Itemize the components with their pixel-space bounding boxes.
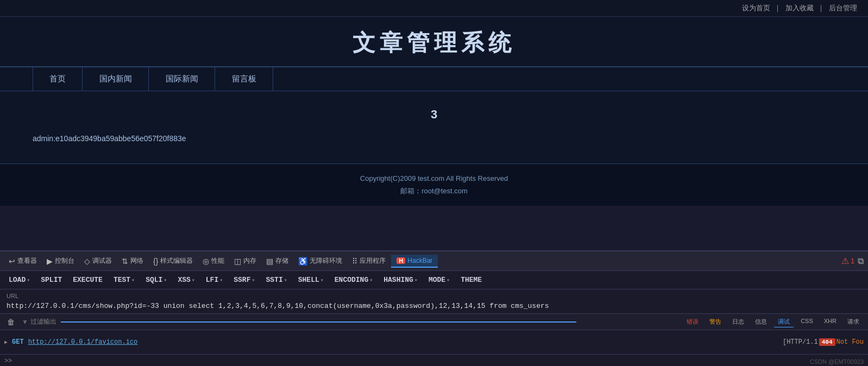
footer-copyright: Copyright(C)2009 test.com All Rights Res… xyxy=(8,172,860,185)
filter-errors[interactable]: 错误 xyxy=(682,317,703,327)
storage-icon: ▤ xyxy=(266,257,273,266)
devtools-btn-accessibility[interactable]: ♿ 无障碍环境 xyxy=(294,254,347,268)
error-icon: ⚠ xyxy=(841,256,849,266)
hackbar-hashing-btn[interactable]: HASHING ▾ xyxy=(379,274,422,286)
hackbar-split-btn[interactable]: SPLIT xyxy=(36,274,66,286)
top-links-bar: 设为首页 ｜ 加入收藏 ｜ 后台管理 xyxy=(0,0,868,17)
filter-info[interactable]: 信息 xyxy=(751,317,771,327)
nav-international-news[interactable]: 国际新闻 xyxy=(149,67,215,91)
hackbar-tab[interactable]: H HackBar xyxy=(391,255,438,268)
performance-icon: ◎ xyxy=(203,257,209,266)
watermark: CSDN @EMT00923 xyxy=(810,358,864,365)
console-toolbar: 🗑 ▼ 过滤输出 错误 警告 日志 信息 调试 CSS XHR 请求 xyxy=(0,314,868,330)
error-count: 1 xyxy=(851,257,854,265)
console-icon: ▶ xyxy=(47,257,53,266)
status-protocol: [HTTP/1.1 xyxy=(783,338,818,346)
debugger-icon: ◇ xyxy=(84,257,90,266)
console-filter-btns: 错误 警告 日志 信息 调试 CSS XHR 请求 xyxy=(682,317,864,327)
devtools-btn-style-editor[interactable]: {} 样式编辑器 xyxy=(149,254,197,268)
devtools-panel: ↩ 查看器 ▶ 控制台 ◇ 调试器 ⇅ 网络 {} 样式编辑器 ◎ 性能 ◫ 内… xyxy=(0,250,868,366)
log-status: [HTTP/1.1 404 Not Fou xyxy=(783,338,864,346)
url-input[interactable] xyxy=(7,301,861,311)
console-footer: >> xyxy=(0,354,868,366)
lfi-chevron: ▾ xyxy=(219,277,223,283)
hackbar-menu: LOAD ▾ SPLIT EXECUTE TEST ▾ SQLI ▾ XSS ▾… xyxy=(0,271,868,289)
url-area: URL xyxy=(0,289,868,314)
devtools-btn-performance[interactable]: ◎ 性能 xyxy=(198,254,229,268)
hackbar-mode-btn[interactable]: MODE ▾ xyxy=(424,274,454,286)
ssrf-chevron: ▾ xyxy=(251,277,255,283)
sqli-chevron: ▾ xyxy=(163,277,167,283)
sep1: ｜ xyxy=(774,4,783,12)
filter-log[interactable]: 日志 xyxy=(728,317,749,327)
hackbar-execute-btn[interactable]: EXECUTE xyxy=(68,274,107,286)
memory-icon: ◫ xyxy=(234,257,241,266)
set-homepage-link[interactable]: 设为首页 xyxy=(742,4,770,12)
site-title: 文章管理系统 xyxy=(0,17,868,66)
progress-line xyxy=(61,321,576,323)
devtools-right: ⚠ 1 ⧉ xyxy=(841,256,864,266)
hackbar-icon: H xyxy=(397,257,405,264)
hackbar-encoding-btn[interactable]: ENCODING ▾ xyxy=(330,274,377,286)
devtools-btn-debugger[interactable]: ◇ 调试器 xyxy=(80,254,116,268)
test-chevron: ▾ xyxy=(131,277,135,283)
devtools-btn-storage[interactable]: ▤ 存储 xyxy=(262,254,293,268)
log-method: GET xyxy=(12,338,24,346)
hackbar-xss-btn[interactable]: XSS ▾ xyxy=(173,274,199,286)
add-bookmark-link[interactable]: 加入收藏 xyxy=(785,4,814,12)
nav-guestbook[interactable]: 留言板 xyxy=(215,67,273,91)
filter-warnings[interactable]: 警告 xyxy=(705,317,726,327)
status-text: Not Fou xyxy=(836,338,864,346)
encoding-chevron: ▾ xyxy=(369,277,373,283)
filter-label: 过滤输出 xyxy=(30,317,56,326)
hackbar-sqli-btn[interactable]: SQLI ▾ xyxy=(141,274,171,286)
application-icon: ⠿ xyxy=(352,257,357,266)
filter-area: ▼ 过滤输出 xyxy=(22,317,56,326)
load-chevron: ▾ xyxy=(27,277,30,283)
style-editor-icon: {} xyxy=(153,257,158,266)
footer-email: 邮箱：root@test.com xyxy=(8,185,860,197)
accessibility-icon: ♿ xyxy=(298,257,307,266)
hackbar-shell-btn[interactable]: SHELL ▾ xyxy=(294,274,328,286)
nav-domestic-news[interactable]: 国内新闻 xyxy=(83,67,149,91)
hackbar-theme-btn[interactable]: THEME xyxy=(456,274,486,286)
site-wrapper: 文章管理系统 首页 国内新闻 国际新闻 留言板 3 admin:e10adc39… xyxy=(0,17,868,206)
shell-chevron: ▾ xyxy=(320,277,324,283)
network-icon: ⇅ xyxy=(122,257,128,266)
log-url[interactable]: http://127.0.0.1/favicon.ico xyxy=(28,338,138,346)
hackbar-test-btn[interactable]: TEST ▾ xyxy=(109,274,139,286)
devtools-btn-application[interactable]: ⠿ 应用程序 xyxy=(348,254,390,268)
log-expand-icon[interactable]: ▶ xyxy=(4,339,8,345)
nav-bar: 首页 国内新闻 国际新闻 留言板 xyxy=(0,66,868,91)
hackbar-ssrf-btn[interactable]: SSRF ▾ xyxy=(229,274,259,286)
sep2: ｜ xyxy=(817,4,827,12)
status-code: 404 xyxy=(819,338,835,346)
hackbar-lfi-btn[interactable]: LFI ▾ xyxy=(202,274,227,286)
filter-xhr[interactable]: XHR xyxy=(820,317,841,327)
devtools-btn-network[interactable]: ⇅ 网络 xyxy=(117,254,148,268)
filter-debug[interactable]: 调试 xyxy=(773,317,794,327)
content-area: 3 admin:e10adc3949ba59abbe56e057f20f883e xyxy=(0,91,868,163)
inspector-icon: ↩ xyxy=(9,257,15,266)
content-data: admin:e10adc3949ba59abbe56e057f20f883e xyxy=(33,130,835,147)
nav-home[interactable]: 首页 xyxy=(33,67,83,91)
ssti-chevron: ▾ xyxy=(284,277,287,283)
backend-link[interactable]: 后台管理 xyxy=(829,4,857,12)
devtools-btn-console[interactable]: ▶ 控制台 xyxy=(42,254,79,268)
mode-chevron: ▾ xyxy=(446,277,450,283)
devtools-btn-inspector[interactable]: ↩ 查看器 xyxy=(4,254,41,268)
devtools-btn-memory[interactable]: ◫ 内存 xyxy=(230,254,261,268)
content-number: 3 xyxy=(33,102,835,130)
console-prompt-icon[interactable]: >> xyxy=(4,357,12,364)
console-clear-btn[interactable]: 🗑 xyxy=(4,316,17,328)
url-label: URL xyxy=(7,293,861,299)
filter-requests[interactable]: 请求 xyxy=(843,317,864,327)
filter-css[interactable]: CSS xyxy=(796,317,817,327)
devtools-resize-btn[interactable]: ⧉ xyxy=(858,256,864,266)
error-count-area: ⚠ 1 xyxy=(841,256,854,266)
hackbar-ssti-btn[interactable]: SSTI ▾ xyxy=(262,274,292,286)
hackbar-load-btn[interactable]: LOAD ▾ xyxy=(4,274,34,286)
console-log-area: ▶ GET http://127.0.0.1/favicon.ico [HTTP… xyxy=(0,330,868,354)
xss-chevron: ▾ xyxy=(192,277,195,283)
filter-icon: ▼ xyxy=(22,318,28,326)
